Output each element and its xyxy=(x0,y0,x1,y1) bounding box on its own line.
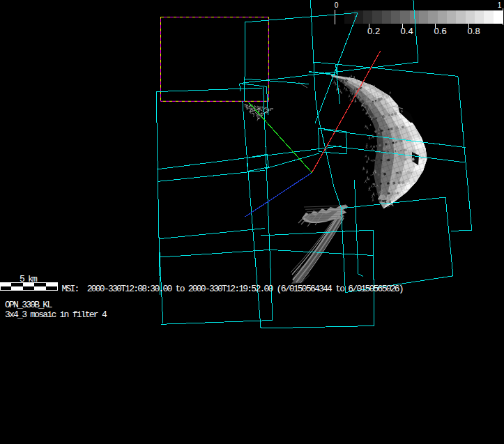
svg-text:OPN_330B_KL: OPN_330B_KL xyxy=(5,300,52,310)
svg-text:0.2: 0.2 xyxy=(367,26,380,36)
svg-text:0.4: 0.4 xyxy=(401,26,413,36)
svg-text:1: 1 xyxy=(498,1,502,9)
svg-text:0: 0 xyxy=(335,1,339,9)
svg-text:0.6: 0.6 xyxy=(434,26,447,36)
svg-text:MSI: 2000-330T12:08:30.00 to: MSI: 2000-330T12:08:30.00 to 2000-330T12… xyxy=(62,284,403,294)
svg-text:0.8: 0.8 xyxy=(468,26,480,36)
svg-text:3x4_3 mosaic in filter 4: 3x4_3 mosaic in filter 4 xyxy=(5,309,107,320)
svg-text:5 km: 5 km xyxy=(20,274,38,284)
